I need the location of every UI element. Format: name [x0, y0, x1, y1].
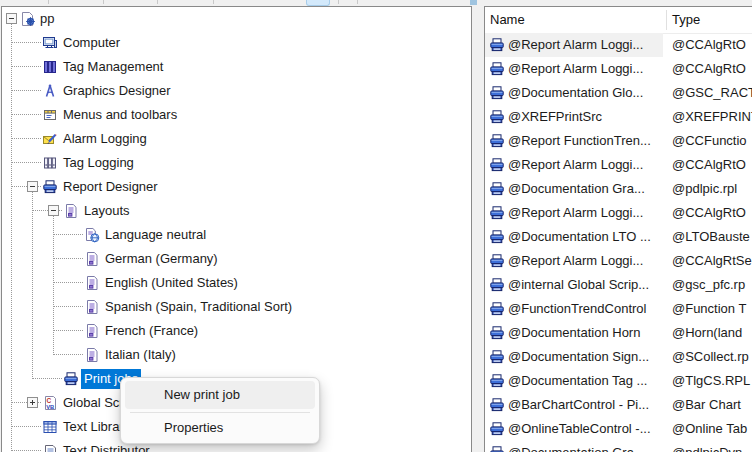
layout-name: @Documentation LTO ... [508, 225, 651, 249]
layout-name: @Documentation Horn [508, 321, 640, 345]
table-row[interactable]: @Documentation LTO ...@LTOBauste [485, 225, 752, 249]
menu-item-new-print-job[interactable]: New print job [125, 381, 315, 409]
tree-connector-line [11, 90, 41, 91]
tree-item-spanish-spain-traditional-sort[interactable]: Spanish (Spain, Traditional Sort) [2, 295, 471, 319]
column-header-type[interactable]: Type [672, 7, 700, 33]
table-row[interactable]: @Documentation Sign...@SCollect.rp [485, 345, 752, 369]
table-row[interactable]: @Documentation Glo...@GSC_RACT [485, 81, 752, 105]
tree-item-label: Alarm Logging [63, 127, 147, 151]
tree-connector-line [11, 66, 41, 67]
printer-icon [489, 85, 505, 101]
layout-type: @CCAlgRtO [672, 201, 746, 225]
printer-icon [489, 61, 505, 77]
layout-type: @CCAlgRtO [672, 33, 746, 57]
printer-icon [489, 109, 505, 125]
menu-item-properties[interactable]: Properties [125, 416, 315, 440]
toolbar-separator-fragment [357, 0, 358, 4]
collapse-box-icon[interactable] [48, 205, 59, 216]
tree-item-label: pp [40, 7, 54, 31]
layout-type: @Function T [672, 297, 746, 321]
printer-icon [489, 325, 505, 341]
tree-item-graphics-designer[interactable]: Graphics Designer [2, 79, 471, 103]
table-row[interactable]: @Report Alarm Loggi...@CCAlgRtO [485, 201, 752, 225]
layout-type: @LTOBauste [672, 225, 750, 249]
table-row[interactable]: @Documentation Tag ...@TlgCS.RPL [485, 369, 752, 393]
layout-icon [84, 275, 100, 291]
tree-item-alarm-logging[interactable]: Alarm Logging [2, 127, 471, 151]
tree-item-report-designer[interactable]: Report Designer [2, 175, 471, 199]
tree-item-italian-italy[interactable]: Italian (Italy) [2, 343, 471, 367]
global-script-icon: CVB [42, 395, 58, 411]
layout-type: @CCAlgRtO [672, 153, 746, 177]
tag-management-icon [42, 59, 58, 75]
tree-item-computer[interactable]: Computer [2, 31, 471, 55]
layout-type: @TlgCS.RPL [672, 369, 750, 393]
printer-icon [489, 37, 505, 53]
tree-item-language-neutral[interactable]: Language neutral [2, 223, 471, 247]
layout-name: @XREFPrintSrc [508, 105, 602, 129]
tree-item-tag-logging[interactable]: Tag Logging [2, 151, 471, 175]
tree-item-label: Graphics Designer [63, 79, 171, 103]
layout-name: @Report Alarm Loggi... [508, 33, 643, 57]
layout-type: @CCAlgRtO [672, 57, 746, 81]
layout-type: @pdlpic.rpl [672, 177, 737, 201]
svg-text:C: C [47, 397, 52, 404]
layout-type: @Bar Chart [672, 393, 741, 417]
tree-item-label: French (France) [105, 319, 198, 343]
table-row[interactable]: @Report Alarm Loggi...@CCAlgRtO [485, 153, 752, 177]
tree-item-tag-management[interactable]: Tag Management [2, 55, 471, 79]
tree-item-french-france[interactable]: French (France) [2, 319, 471, 343]
tree-item-pp[interactable]: pp [2, 7, 471, 31]
tree-item-german-germany[interactable]: German (Germany) [2, 247, 471, 271]
tree-connector-line [53, 354, 83, 355]
table-row[interactable]: @Report Alarm Loggi...@CCAlgRtO [485, 33, 752, 57]
tree-connector-line [11, 114, 41, 115]
tree-connector-line [53, 306, 83, 307]
layout-name: @internal Global Scrip... [508, 273, 649, 297]
tree-item-label: Tag Logging [63, 151, 134, 175]
layout-name: @Documentation Glo... [508, 81, 643, 105]
layout-icon [84, 251, 100, 267]
tree-item-menus-and-toolbars[interactable]: Menus and toolbars [2, 103, 471, 127]
tag-logging-icon [42, 155, 58, 171]
printer-icon [489, 229, 505, 245]
tree-item-layouts[interactable]: Layouts [2, 199, 471, 223]
table-row[interactable]: @FunctionTrendControl@Function T [485, 297, 752, 321]
table-row[interactable]: @BarChartControl - Pi...@Bar Chart [485, 393, 752, 417]
layout-type: @CCAlgRtSe [672, 249, 752, 273]
table-row[interactable]: @OnlineTableControl -...@Online Tab [485, 417, 752, 441]
project-icon [20, 11, 36, 27]
printer-icon [489, 397, 505, 413]
collapse-box-icon[interactable] [27, 181, 38, 192]
column-header-name[interactable]: Name [490, 7, 525, 33]
table-row[interactable]: @Report FunctionTren...@CCFunctio [485, 129, 752, 153]
printer-icon [489, 421, 505, 437]
column-separator[interactable] [666, 10, 667, 30]
toolbar-separator-fragment [157, 0, 158, 4]
layout-name: @Report Alarm Loggi... [508, 153, 643, 177]
layout-icon [84, 323, 100, 339]
table-row[interactable]: @Report Alarm Loggi...@CCAlgRtO [485, 57, 752, 81]
graphics-designer-icon [42, 83, 58, 99]
expand-box-icon[interactable] [27, 397, 38, 408]
tree-item-label: Report Designer [63, 175, 158, 199]
table-row[interactable]: @Documentation Gra...@pdlpic.rpl [485, 177, 752, 201]
tree-item-english-united-states[interactable]: English (United States) [2, 271, 471, 295]
layout-name: @Documentation Gra... [508, 441, 645, 452]
table-row[interactable]: @Documentation Gra...@pdlpicDyn [485, 441, 752, 452]
printer-icon [489, 349, 505, 365]
tree-item-label: Computer [63, 31, 120, 55]
table-row[interactable]: @XREFPrintSrc@XREFPRINT [485, 105, 752, 129]
printer-icon [489, 301, 505, 317]
text-library-icon [42, 419, 58, 435]
table-row[interactable]: @Report Alarm Loggi...@CCAlgRtSe [485, 249, 752, 273]
table-row[interactable]: @Documentation Horn@Horn(land [485, 321, 752, 345]
collapse-box-icon[interactable] [6, 13, 17, 24]
layout-name: @Report Alarm Loggi... [508, 57, 643, 81]
layout-type: @Horn(land [672, 321, 742, 345]
toolbar-separator-fragment [103, 0, 104, 4]
tree-item-label: Language neutral [105, 223, 206, 247]
layout-name: @Documentation Sign... [508, 345, 649, 369]
tree-connector-line [11, 42, 41, 43]
table-row[interactable]: @internal Global Scrip...@gsc_pfc.rp [485, 273, 752, 297]
